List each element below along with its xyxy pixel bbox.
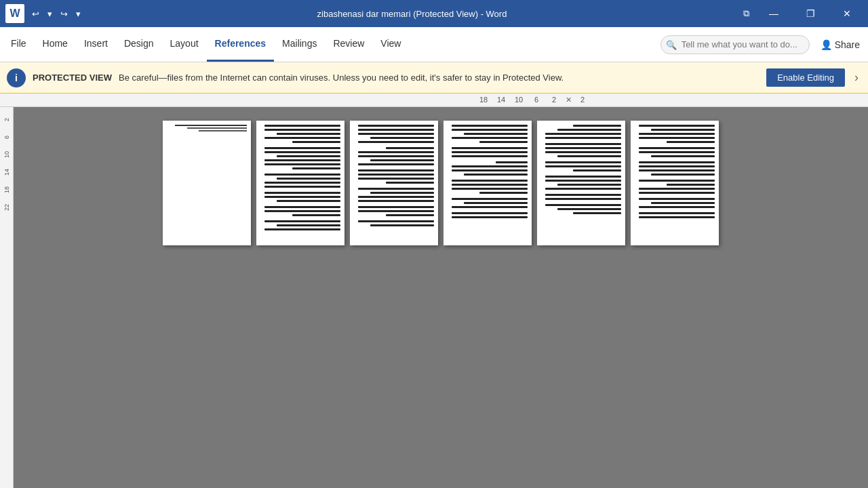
ruler-num-10: 10: [510, 96, 528, 104]
ruler-num-6: 6: [528, 96, 545, 104]
tab-review[interactable]: Review: [325, 27, 372, 62]
tab-home[interactable]: Home: [35, 27, 76, 62]
minimize-button[interactable]: —: [758, 3, 789, 24]
tab-layout[interactable]: Layout: [162, 27, 207, 62]
ruler-num-2b: 2: [574, 96, 591, 104]
left-ruler-10: 10: [3, 146, 10, 163]
close-button[interactable]: ✕: [831, 3, 863, 24]
tab-design[interactable]: Design: [116, 27, 162, 62]
horizontal-ruler: 18 14 10 6 2 ✕ 2: [0, 94, 868, 107]
ruler-numbers: 18 14 10 6 2 ✕ 2: [475, 96, 591, 104]
protected-view-bar: i PROTECTED VIEW Be careful—files from t…: [0, 62, 868, 94]
pages-row: [163, 121, 719, 245]
left-ruler-6: 6: [3, 128, 10, 146]
undo-dropdown[interactable]: ▾: [44, 7, 56, 21]
ribbon-search-area: 🔍 👤 Share: [660, 35, 865, 54]
protected-view-close-button[interactable]: ›: [852, 68, 861, 87]
protected-view-message: Be careful—files from the Internet can c…: [119, 73, 760, 83]
tab-mailings[interactable]: Mailings: [274, 27, 325, 62]
word-icon: W: [5, 4, 24, 23]
protected-view-label: PROTECTED VIEW: [33, 73, 112, 83]
window-title: zibashenasi dar memari (Protected View) …: [84, 9, 740, 19]
ruler-num-2a: 2: [545, 96, 563, 104]
left-ruler-14: 14: [3, 163, 10, 181]
search-wrapper: 🔍: [660, 35, 810, 54]
undo-button[interactable]: ↩: [28, 7, 43, 21]
undo-redo-group: ↩ ▾ ↪ ▾: [28, 7, 84, 21]
ruler-num-18: 18: [475, 96, 492, 104]
page-5: [537, 121, 625, 245]
title-bar-left: W ↩ ▾ ↪ ▾: [5, 4, 84, 23]
page-1: [163, 121, 251, 245]
page-3: [350, 121, 438, 245]
search-icon: 🔍: [666, 39, 677, 49]
quick-access-dropdown[interactable]: ▾: [73, 7, 84, 21]
page-4: [443, 121, 532, 245]
main-area: 2 6 10 14 18 22: [0, 107, 868, 488]
page-6: [631, 121, 719, 245]
share-icon: 👤: [821, 39, 832, 50]
left-ruler-18: 18: [3, 181, 10, 199]
restore-button[interactable]: ❐: [795, 3, 826, 24]
page-2: [256, 121, 344, 245]
tab-view[interactable]: View: [372, 27, 409, 62]
tab-file[interactable]: File: [3, 27, 35, 62]
document-area[interactable]: [14, 107, 868, 488]
tab-insert[interactable]: Insert: [76, 27, 116, 62]
share-label: Share: [835, 39, 860, 50]
tab-references[interactable]: References: [207, 27, 275, 62]
window-controls: ⧉ — ❐ ✕: [740, 3, 863, 24]
redo-button[interactable]: ↪: [57, 7, 71, 21]
restore-down-icon[interactable]: ⧉: [740, 6, 753, 21]
vertical-ruler: 2 6 10 14 18 22: [0, 107, 14, 488]
ruler-crosshair: ✕: [566, 96, 572, 104]
enable-editing-button[interactable]: Enable Editing: [766, 68, 845, 87]
protected-view-icon: i: [7, 68, 26, 87]
ribbon: File Home Insert Design Layout Reference…: [0, 27, 868, 62]
share-button[interactable]: 👤 Share: [815, 37, 865, 53]
ribbon-search-input[interactable]: [660, 35, 810, 54]
title-bar: W ↩ ▾ ↪ ▾ zibashenasi dar memari (Protec…: [0, 0, 868, 27]
ruler-num-14: 14: [492, 96, 510, 104]
left-ruler-22: 22: [3, 199, 10, 216]
left-ruler-2: 2: [3, 110, 10, 128]
